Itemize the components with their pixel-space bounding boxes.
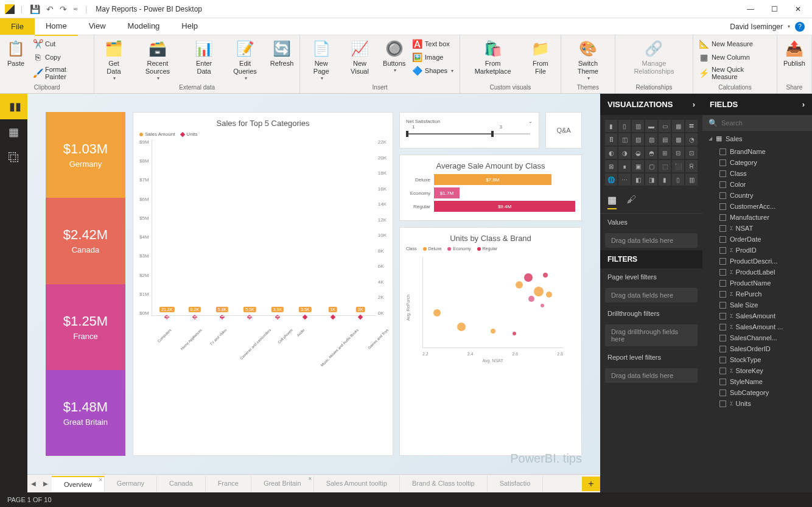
tab-close-icon[interactable]: ✕: [99, 477, 103, 483]
viz-type-icon[interactable]: ▬: [645, 120, 657, 132]
field-item[interactable]: OrderDate: [702, 234, 812, 245]
field-item[interactable]: ProductDescri...: [702, 256, 812, 267]
page-tab[interactable]: France: [206, 476, 251, 492]
field-item[interactable]: Manufacturer: [702, 212, 812, 223]
new-quick-measure-button[interactable]: ⚡New Quick Measure: [697, 65, 773, 82]
viz-type-icon[interactable]: ◓: [645, 147, 657, 159]
field-item[interactable]: StockType: [702, 354, 812, 365]
viz-type-icon[interactable]: ▦: [672, 120, 684, 132]
field-item[interactable]: SalesOrderID: [702, 343, 812, 354]
publish-button[interactable]: 📤Publish: [781, 38, 808, 69]
viz-type-icon[interactable]: ▨: [645, 133, 657, 145]
field-checkbox[interactable]: [719, 258, 726, 265]
viz-type-icon[interactable]: 🌐: [605, 173, 617, 186]
field-checkbox[interactable]: [719, 280, 726, 287]
minimize-button[interactable]: —: [747, 5, 754, 13]
field-checkbox[interactable]: [719, 269, 726, 276]
field-checkbox[interactable]: [719, 149, 726, 155]
field-item[interactable]: Sale Size: [702, 299, 812, 310]
field-item[interactable]: Country: [702, 190, 812, 201]
viz-type-icon[interactable]: ▤: [659, 133, 671, 145]
field-checkbox[interactable]: [719, 291, 726, 298]
tab-scroll-left[interactable]: ◀: [27, 480, 40, 487]
scatter-visual[interactable]: Units by Class & Brand Class Deluxe Econ…: [399, 227, 582, 456]
viz-type-icon[interactable]: ◧: [632, 173, 644, 186]
viz-type-icon[interactable]: ⊟: [672, 147, 684, 159]
redo-icon[interactable]: ↷: [58, 3, 68, 15]
format-painter-button[interactable]: 🖌️Format Painter: [30, 65, 90, 82]
fields-search[interactable]: 🔍: [702, 115, 812, 131]
bubble[interactable]: [534, 287, 544, 296]
field-item[interactable]: BrandName: [702, 146, 812, 157]
viz-type-icon[interactable]: R: [685, 160, 698, 172]
viz-type-icon[interactable]: ⊞: [659, 147, 671, 159]
bubble[interactable]: [513, 332, 516, 335]
page-tab[interactable]: Brand & Class tooltip: [400, 476, 488, 492]
viz-type-icon[interactable]: ⬚: [659, 160, 671, 172]
hbar[interactable]: $1.7M: [434, 187, 460, 198]
user-name[interactable]: David Iseminger: [730, 23, 783, 31]
viz-type-icon[interactable]: ◨: [645, 173, 657, 186]
from-file-button[interactable]: 📁From File: [524, 38, 557, 77]
collapse-icon[interactable]: ›: [693, 100, 695, 109]
bar-chart-visual[interactable]: Sales for Top 5 Categories Sales Amount …: [133, 112, 393, 456]
page-filters-drop[interactable]: Drag data fields here: [605, 288, 698, 302]
image-button[interactable]: 🖼️Image: [410, 51, 456, 63]
field-item[interactable]: Class: [702, 168, 812, 179]
fields-tab-icon[interactable]: ▦: [607, 194, 617, 209]
field-checkbox[interactable]: [719, 192, 726, 199]
bubble[interactable]: [491, 329, 495, 334]
paste-button[interactable]: 📋 Paste: [4, 38, 28, 69]
cut-button[interactable]: ✂️Cut: [30, 38, 90, 50]
bubble[interactable]: [516, 281, 523, 288]
viz-type-icon[interactable]: ▥: [632, 120, 644, 132]
report-view-button[interactable]: ▮▮: [0, 94, 27, 119]
field-checkbox[interactable]: [719, 357, 726, 363]
refresh-button[interactable]: 🔄Refresh: [268, 38, 296, 69]
field-item[interactable]: ΣRePurch: [702, 288, 812, 299]
field-item[interactable]: ΣUnits: [702, 398, 812, 409]
from-marketplace-button[interactable]: 🛍️From Marketplace: [464, 38, 522, 77]
field-checkbox[interactable]: [719, 302, 726, 309]
hbar[interactable]: $9.4M: [434, 201, 575, 212]
viz-type-icon[interactable]: 〿: [605, 133, 617, 145]
search-input[interactable]: [721, 119, 806, 127]
viz-type-icon[interactable]: ⊠: [605, 160, 617, 172]
field-item[interactable]: StyleName: [702, 376, 812, 387]
enter-data-button[interactable]: 📊Enter Data: [186, 38, 222, 77]
qna-visual[interactable]: Q&A: [545, 112, 582, 149]
page-tab[interactable]: Canada: [157, 476, 206, 492]
drill-filters-drop[interactable]: Drag drillthrough fields here: [605, 324, 698, 346]
viz-type-icon[interactable]: ▯: [618, 120, 631, 132]
viz-type-icon[interactable]: ◔: [685, 133, 698, 145]
field-item[interactable]: ΣProductLabel: [702, 267, 812, 278]
switch-theme-button[interactable]: 🎨Switch Theme: [565, 38, 611, 82]
field-item[interactable]: ΣNSAT: [702, 223, 812, 234]
slicer-visual[interactable]: Net Satisfaction⌄ 13: [399, 112, 539, 149]
field-item[interactable]: ΣProdID: [702, 245, 812, 256]
model-view-button[interactable]: ⿻: [0, 145, 27, 170]
buttons-button[interactable]: 🔘Buttons: [381, 38, 408, 74]
field-item[interactable]: Color: [702, 179, 812, 190]
viz-type-icon[interactable]: ⊡: [685, 147, 698, 159]
field-item[interactable]: ProductName: [702, 278, 812, 288]
field-checkbox[interactable]: [719, 214, 726, 221]
get-data-button[interactable]: 🗂️Get Data: [98, 38, 129, 82]
viz-type-icon[interactable]: ▢: [645, 160, 657, 172]
field-item[interactable]: ΣSalesAmount ...: [702, 321, 812, 332]
field-checkbox[interactable]: [719, 379, 726, 385]
viz-type-icon[interactable]: ▩: [672, 133, 684, 145]
edit-queries-button[interactable]: 📝Edit Queries: [225, 38, 265, 82]
bubble[interactable]: [433, 309, 441, 316]
new-measure-button[interactable]: 📐New Measure: [697, 38, 773, 50]
new-page-button[interactable]: 📄New Page: [304, 38, 338, 82]
field-checkbox[interactable]: [719, 247, 726, 254]
report-filters-drop[interactable]: Drag data fields here: [605, 368, 698, 383]
field-item[interactable]: Category: [702, 157, 812, 168]
shapes-button[interactable]: 🔷Shapes: [410, 65, 456, 77]
viz-type-icon[interactable]: ◑: [618, 147, 631, 159]
table-header[interactable]: ◢ ▦ Sales: [702, 131, 812, 146]
copy-button[interactable]: ⎘Copy: [30, 51, 90, 63]
menu-tab-modeling[interactable]: Modeling: [117, 17, 171, 35]
viz-type-icon[interactable]: ▭: [659, 120, 671, 132]
